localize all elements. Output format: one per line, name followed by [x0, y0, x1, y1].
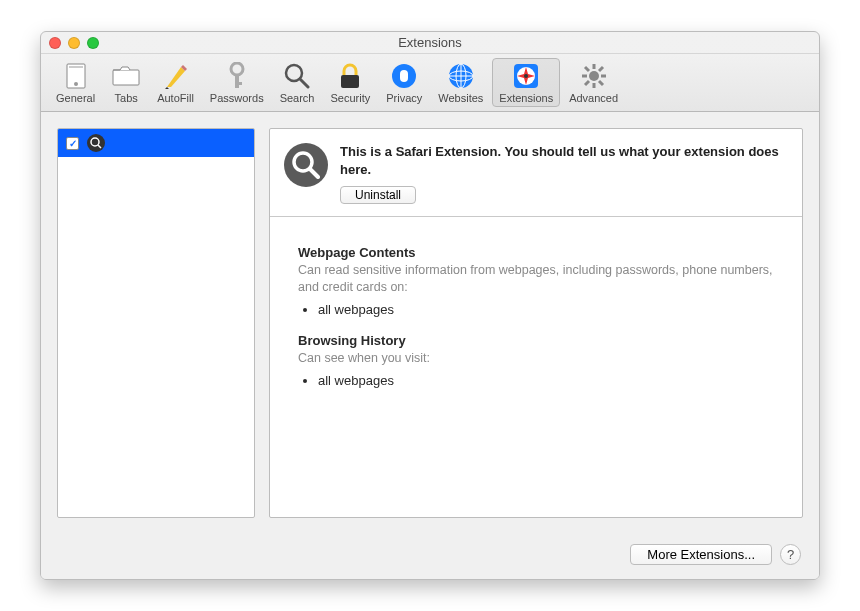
svg-line-33 — [310, 169, 318, 177]
svg-rect-11 — [400, 70, 408, 82]
webpage-contents-subtitle: Can read sensitive information from webp… — [298, 262, 782, 296]
detail-info: This is a Safari Extension. You should t… — [340, 143, 788, 204]
privacy-icon — [389, 61, 419, 91]
tab-label: Privacy — [386, 92, 422, 104]
extension-detail: This is a Safari Extension. You should t… — [269, 128, 803, 518]
websites-icon — [446, 61, 476, 91]
window-title: Extensions — [41, 35, 819, 50]
extension-icon-large — [284, 143, 328, 187]
help-button[interactable]: ? — [780, 544, 801, 565]
extension-checkbox[interactable]: ✓ — [66, 137, 79, 150]
tabs-icon — [111, 61, 141, 91]
tab-passwords[interactable]: Passwords — [203, 58, 271, 107]
svg-point-20 — [524, 74, 528, 78]
advanced-icon — [579, 61, 609, 91]
extensions-icon — [511, 61, 541, 91]
titlebar: Extensions — [41, 32, 819, 54]
tab-autofill[interactable]: AutoFill — [150, 58, 201, 107]
passwords-icon — [222, 61, 252, 91]
svg-rect-9 — [341, 75, 359, 88]
svg-rect-6 — [235, 82, 242, 85]
svg-line-31 — [98, 145, 101, 148]
tab-label: Search — [280, 92, 315, 104]
more-extensions-button[interactable]: More Extensions... — [630, 544, 772, 565]
svg-point-21 — [589, 71, 599, 81]
svg-point-4 — [231, 63, 243, 75]
tab-security[interactable]: Security — [323, 58, 377, 107]
uninstall-button[interactable]: Uninstall — [340, 186, 416, 204]
tab-extensions[interactable]: Extensions — [492, 58, 560, 107]
permission-item: all webpages — [318, 302, 782, 317]
content-area: ✓ This is a Safari Extension. You should… — [41, 112, 819, 534]
webpage-contents-title: Webpage Contents — [298, 245, 782, 260]
security-icon — [335, 61, 365, 91]
extension-list-item[interactable]: ✓ — [58, 129, 254, 157]
extension-description: This is a Safari Extension. You should t… — [340, 143, 788, 178]
extension-icon-small — [87, 134, 105, 152]
browsing-history-subtitle: Can see when you visit: — [298, 350, 782, 367]
tab-advanced[interactable]: Advanced — [562, 58, 625, 107]
permission-item: all webpages — [318, 373, 782, 388]
tab-search[interactable]: Search — [273, 58, 322, 107]
tab-websites[interactable]: Websites — [431, 58, 490, 107]
tab-tabs[interactable]: Tabs — [104, 58, 148, 107]
tab-label: General — [56, 92, 95, 104]
svg-line-27 — [599, 81, 603, 85]
tab-label: Extensions — [499, 92, 553, 104]
autofill-icon — [160, 61, 190, 91]
tab-general[interactable]: General — [49, 58, 102, 107]
detail-header: This is a Safari Extension. You should t… — [270, 129, 802, 217]
search-icon — [282, 61, 312, 91]
tab-label: Websites — [438, 92, 483, 104]
webpage-contents-list: all webpages — [318, 302, 782, 317]
toolbar: General Tabs AutoFill Passwords Search — [41, 54, 819, 112]
svg-line-29 — [599, 67, 603, 71]
tab-label: Tabs — [115, 92, 138, 104]
svg-line-28 — [585, 81, 589, 85]
extensions-sidebar: ✓ — [57, 128, 255, 518]
tab-label: AutoFill — [157, 92, 194, 104]
svg-line-26 — [585, 67, 589, 71]
preferences-window: Extensions General Tabs AutoFill Passwor… — [40, 31, 820, 580]
tab-label: Security — [330, 92, 370, 104]
tab-label: Advanced — [569, 92, 618, 104]
tab-privacy[interactable]: Privacy — [379, 58, 429, 107]
svg-rect-5 — [235, 74, 239, 88]
svg-line-8 — [300, 79, 308, 87]
permissions-section: Webpage Contents Can read sensitive info… — [270, 217, 802, 416]
svg-rect-2 — [74, 82, 78, 86]
tab-label: Passwords — [210, 92, 264, 104]
svg-rect-1 — [69, 66, 83, 68]
footer: More Extensions... ? — [41, 534, 819, 579]
svg-rect-3 — [113, 70, 139, 85]
browsing-history-title: Browsing History — [298, 333, 782, 348]
svg-point-30 — [91, 138, 99, 146]
general-icon — [61, 61, 91, 91]
browsing-history-list: all webpages — [318, 373, 782, 388]
